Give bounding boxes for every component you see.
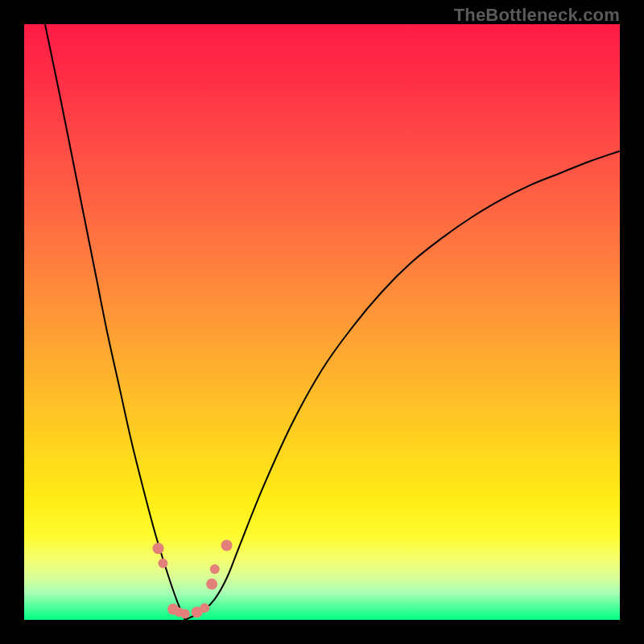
watermark-text: TheBottleneck.com (454, 5, 620, 26)
data-marker (158, 559, 167, 568)
chart-frame: TheBottleneck.com (0, 0, 644, 644)
data-marker (206, 579, 217, 590)
data-marker (180, 609, 190, 619)
plot-area (24, 24, 620, 620)
data-marker (200, 603, 209, 613)
data-marker (153, 543, 164, 554)
bottleneck-curve-left (45, 24, 185, 620)
curve-layer (24, 24, 620, 620)
bottleneck-curve-right (185, 151, 620, 620)
data-marker (221, 540, 233, 551)
data-markers (153, 540, 233, 619)
data-marker (210, 564, 220, 574)
